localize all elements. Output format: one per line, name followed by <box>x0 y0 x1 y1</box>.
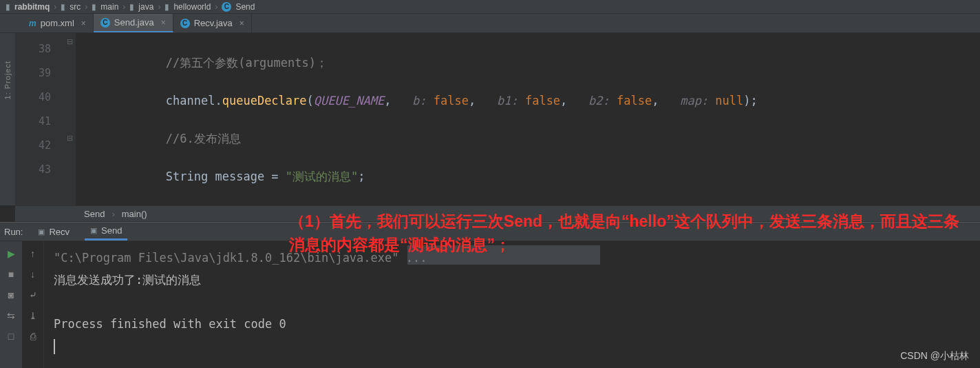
run-tab-label: Recv <box>49 227 70 237</box>
run-tab-send[interactable]: ▣ Send <box>85 223 127 241</box>
class-icon: C <box>180 19 190 28</box>
class-icon: C <box>222 2 231 12</box>
run-tab-recv[interactable]: ▣ Recv <box>32 224 75 240</box>
sep-icon: › <box>111 209 114 219</box>
folder-icon: ▮ <box>6 2 10 12</box>
line-number: 42 <box>15 134 51 158</box>
console-cursor-line <box>54 335 970 357</box>
class-icon: C <box>100 18 110 28</box>
config-icon: ▣ <box>38 227 45 236</box>
down-icon[interactable]: ↓ <box>30 269 35 280</box>
print-icon[interactable]: ⎙ <box>30 331 36 342</box>
console-line: Process finished with exit code 0 <box>54 313 970 335</box>
close-icon[interactable]: × <box>239 19 244 28</box>
breadcrumb-pkg[interactable]: helloworld <box>173 2 211 12</box>
console-output[interactable]: "C:\Program Files\Java\jdk1.8.0_162\bin\… <box>44 241 980 368</box>
run-panel: ▶ ■ ◙ ⇆ □ ↑ ↓ ⤶ ⤓ ⎙ "C:\Program Files\Ja… <box>0 241 980 368</box>
structure-class[interactable]: Send <box>84 209 105 219</box>
folder-icon: ▮ <box>129 2 134 12</box>
run-tab-label: Send <box>101 225 122 236</box>
structure-method[interactable]: main() <box>122 209 147 219</box>
editor-area: 38 39 40 41 42 43 ⊟ ⊟ //第五个参数(arguments)… <box>15 33 980 205</box>
config-icon: ▣ <box>90 226 97 235</box>
fold-handle[interactable]: ⊟ <box>63 134 76 158</box>
line-gutter: 38 39 40 41 42 43 <box>15 33 63 205</box>
fold-handle[interactable]: ⊟ <box>63 37 76 61</box>
folder-icon: ▮ <box>92 2 96 12</box>
breadcrumb-src[interactable]: src <box>70 2 81 12</box>
sep-icon: › <box>215 2 217 12</box>
console-command: "C:\Program Files\Java\jdk1.8.0_162\bin\… <box>54 247 970 269</box>
line-number: 41 <box>15 110 51 134</box>
camera-icon[interactable]: ◙ <box>8 289 14 300</box>
layout-icon[interactable]: ⇆ <box>7 310 15 321</box>
editor-tabs: m pom.xml × C Send.java × C Recv.java × <box>0 14 980 33</box>
project-tool-button[interactable]: 1: Project <box>3 61 12 99</box>
breadcrumb-main[interactable]: main <box>100 2 118 12</box>
line-number: 43 <box>15 158 51 182</box>
cursor-icon <box>54 339 55 354</box>
tab-send[interactable]: C Send.java × <box>94 14 173 32</box>
close-icon[interactable]: × <box>161 18 166 28</box>
scroll-end-icon[interactable]: ⤓ <box>29 310 37 321</box>
run-toolbar-primary: ▶ ■ ◙ ⇆ □ <box>0 241 22 368</box>
console-line: 消息发送成功了:测试的消息 <box>54 269 970 291</box>
stop-icon[interactable]: ■ <box>8 269 14 280</box>
tab-label: pom.xml <box>41 18 74 28</box>
folder-icon: ▮ <box>61 2 65 12</box>
code-comment: //6.发布消息 <box>166 132 241 145</box>
tab-label: Send.java <box>114 17 154 28</box>
wrap-icon[interactable]: ⤶ <box>29 289 37 300</box>
close-icon[interactable]: × <box>81 19 86 28</box>
tab-label: Recv.java <box>194 18 233 28</box>
folder-icon: ▮ <box>164 2 169 12</box>
maven-icon: m <box>29 19 36 28</box>
up-icon[interactable]: ↑ <box>30 248 35 259</box>
breadcrumb-bar: ▮ rabbitmq › ▮ src › ▮ main › ▮ java › ▮… <box>0 0 980 14</box>
breadcrumb-java[interactable]: java <box>138 2 153 12</box>
sep-icon: › <box>122 2 125 12</box>
run-tool-header: Run: ▣ Recv ▣ Send <box>0 222 980 241</box>
pin-icon[interactable]: □ <box>8 331 14 342</box>
breadcrumb-root[interactable]: rabbitmq <box>14 2 50 12</box>
console-blank <box>54 291 970 313</box>
sep-icon: › <box>158 2 160 12</box>
breadcrumb-class[interactable]: Send <box>235 2 255 12</box>
code-comment: //第五个参数(arguments)； <box>166 56 328 70</box>
code-editor[interactable]: //第五个参数(arguments)； channel.queueDeclare… <box>76 33 980 205</box>
line-number: 38 <box>15 37 51 61</box>
sep-icon: › <box>85 2 87 12</box>
sep-icon: › <box>54 2 56 12</box>
run-toolbar-secondary: ↑ ↓ ⤶ ⤓ ⎙ <box>22 241 44 368</box>
tool-window-bar: 1: Project <box>0 33 15 205</box>
line-number: 39 <box>15 61 51 85</box>
run-label: Run: <box>4 227 23 237</box>
rerun-icon[interactable]: ▶ <box>8 248 15 259</box>
structure-breadcrumb: Send › main() <box>15 205 980 222</box>
tab-pom[interactable]: m pom.xml × <box>22 14 94 32</box>
line-number: 40 <box>15 85 51 110</box>
fold-column: ⊟ ⊟ <box>63 33 76 205</box>
tab-recv[interactable]: C Recv.java × <box>173 14 252 32</box>
watermark: CSDN @小枯林 <box>900 350 969 362</box>
